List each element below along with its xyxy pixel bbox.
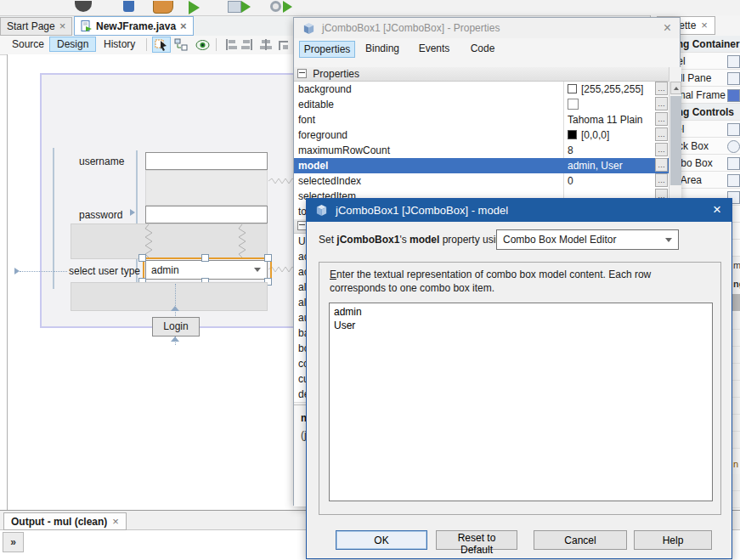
checkbox-unchecked[interactable] (568, 99, 579, 110)
instructions-text: Enter the textual representation of comb… (330, 268, 709, 295)
scrollbar-thumb[interactable] (670, 96, 681, 185)
username-textfield[interactable] (145, 152, 268, 170)
profile-icon[interactable] (270, 1, 281, 12)
main-toolbar (0, 0, 740, 16)
reset-to-default-button[interactable]: Reset to Default (436, 530, 517, 550)
palette-item-icon[interactable] (727, 89, 740, 102)
palette-clipped-label: ng (733, 279, 740, 289)
palette-item-icon[interactable] (727, 174, 740, 187)
password-textfield[interactable] (145, 206, 268, 223)
anchor-arrow-icon (130, 209, 135, 216)
toolbar-separator (146, 38, 147, 51)
tab-code[interactable]: Code (462, 41, 503, 56)
ellipsis-button[interactable]: … (655, 173, 668, 187)
tab-label: NewJFrame.java (96, 20, 176, 32)
scroll-up-icon[interactable] (670, 82, 681, 94)
horizontal-spring-icon (268, 177, 296, 185)
source-button[interactable]: Source (5, 37, 51, 51)
horizontal-spring-icon (268, 265, 296, 274)
ellipsis-button[interactable]: … (655, 127, 668, 141)
close-icon[interactable]: × (180, 22, 187, 31)
chevron-down-icon[interactable] (254, 268, 261, 272)
close-icon[interactable]: × (664, 20, 671, 36)
align-left-icon[interactable] (222, 37, 239, 52)
toolbar-separator (216, 38, 217, 51)
color-swatch (568, 84, 577, 93)
palette-clipped-label: n (733, 459, 738, 469)
help-button[interactable]: Help (634, 530, 712, 550)
resize-handle[interactable] (201, 254, 209, 262)
close-icon[interactable]: × (713, 201, 721, 218)
tab-start-page[interactable]: Start Page × (0, 17, 72, 36)
ellipsis-button[interactable]: … (655, 143, 668, 156)
output-tab[interactable]: Output - mul (clean) × (3, 512, 127, 530)
layout-strut (71, 282, 268, 311)
preview-design-icon[interactable] (194, 37, 211, 52)
palette-item-icon[interactable] (727, 72, 740, 85)
username-label[interactable]: username (79, 156, 124, 167)
property-row-foreground[interactable]: foreground [0,0,0] … (294, 127, 669, 144)
tab-properties[interactable]: Properties (299, 41, 355, 58)
properties-dialog-titlebar[interactable]: jComboBox1 [JComboBox] - Properties × (294, 18, 680, 38)
build-icon[interactable] (123, 1, 134, 12)
clean-icon[interactable] (153, 1, 173, 14)
user-type-combobox[interactable]: admin (145, 260, 268, 280)
align-center-horizontal-icon[interactable] (257, 37, 274, 52)
section-header-properties[interactable]: Properties (294, 67, 669, 82)
debug-run-icon[interactable] (241, 1, 251, 13)
user-type-label[interactable]: select user type (69, 265, 140, 277)
combobox-value: admin (146, 264, 254, 276)
align-right-icon[interactable] (240, 37, 257, 52)
palette-clipped-label: m (733, 260, 740, 270)
tab-binding[interactable]: Binding (359, 41, 406, 56)
resize-handle[interactable] (138, 254, 146, 262)
palette-item-icon[interactable] (727, 157, 740, 170)
palette-clipped-cell (732, 294, 740, 311)
palette-item-icon[interactable] (727, 123, 740, 136)
editor-type-select[interactable]: Combo Box Model Editor (496, 229, 679, 250)
login-button[interactable]: Login (152, 317, 200, 337)
output-tab-label: Output - mul (clean) (11, 516, 107, 528)
palette-item-icon[interactable] (727, 140, 740, 153)
ok-button[interactable]: OK (336, 530, 427, 550)
palette-item-icon[interactable] (727, 55, 740, 68)
bean-cube-icon (315, 204, 328, 217)
property-row-background[interactable]: background [255,255,255] … (294, 82, 669, 98)
layout-gap (145, 170, 268, 206)
close-icon[interactable]: × (701, 21, 708, 30)
property-row-editable[interactable]: editable … (294, 97, 669, 113)
password-label[interactable]: password (79, 209, 122, 221)
close-icon[interactable]: × (112, 518, 119, 526)
close-icon[interactable]: × (59, 22, 66, 31)
model-editor-dialog: jComboBox1 [JComboBox] - model × Set jCo… (306, 198, 732, 559)
connection-mode-icon[interactable] (172, 37, 189, 52)
anchor-guide-dotted (20, 271, 67, 272)
selection-mode-icon[interactable] (152, 37, 171, 53)
collapse-icon[interactable] (297, 69, 307, 78)
property-row-font[interactable]: font Tahoma 11 Plain … (294, 112, 669, 128)
ellipsis-button[interactable]: … (655, 97, 668, 110)
debug-icon[interactable] (228, 1, 241, 13)
ellipsis-button[interactable]: … (655, 158, 668, 172)
anchor-corner-icon[interactable] (275, 37, 292, 52)
history-button[interactable]: History (97, 37, 142, 51)
output-prompt-button[interactable]: » (3, 532, 24, 552)
bean-cube-icon (302, 22, 315, 35)
cancel-button[interactable]: Cancel (534, 530, 627, 550)
model-dialog-titlebar[interactable]: jComboBox1 [JComboBox] - model × (307, 199, 732, 222)
clean-build-icon[interactable] (75, 1, 92, 12)
editor-type-value: Combo Box Model Editor (497, 234, 665, 246)
ellipsis-button[interactable]: … (655, 82, 668, 95)
ellipsis-button[interactable]: … (655, 112, 668, 126)
property-row-maximumrowcount[interactable]: maximumRowCount 8 … (294, 143, 669, 159)
model-items-textarea[interactable]: admin User (329, 303, 713, 501)
run-icon[interactable] (189, 1, 200, 14)
property-row-selectedindex[interactable]: selectedIndex 0 … (294, 173, 669, 189)
tab-newjframe[interactable]: NewJFrame.java × (74, 16, 194, 36)
tab-events[interactable]: Events (411, 41, 457, 56)
design-button[interactable]: Design (49, 37, 96, 52)
selection-cursor-icon (155, 38, 168, 51)
property-row-model[interactable]: model admin, User … (294, 158, 669, 174)
resize-handle[interactable] (264, 254, 272, 262)
profile-run-icon[interactable] (283, 1, 292, 13)
